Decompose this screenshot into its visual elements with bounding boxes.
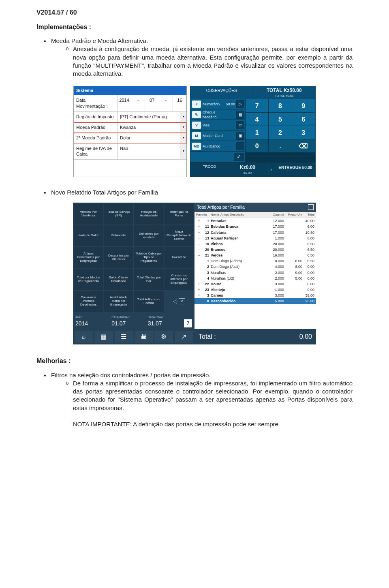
field-value[interactable]: Dolar — [118, 133, 180, 143]
report-tile[interactable]: Total Artigos por Familia — [134, 291, 164, 312]
expand-icon[interactable]: – — [196, 247, 202, 252]
expand-icon[interactable]: + — [196, 282, 202, 287]
field-value[interactable]: [PT] Continente (Portug — [118, 112, 180, 122]
expand-icon[interactable]: + — [196, 230, 202, 235]
report-tile[interactable]: Artigos Cancelados por Empregado — [74, 247, 103, 268]
chevron-down-icon[interactable]: ▾ — [180, 143, 186, 160]
payment-method-action-icon[interactable]: ▷ — [236, 100, 244, 108]
field-value[interactable]: Kwanza — [118, 122, 180, 133]
chevron-right-icon[interactable]: › — [267, 163, 276, 177]
report-tile[interactable]: Mapa Recapitulativo de Cliente — [165, 225, 194, 246]
report-tile[interactable]: Consumos Internos por Empregado — [165, 269, 194, 290]
gear-icon[interactable]: ⚙ — [154, 331, 173, 343]
report-tile[interactable]: Retenção na Fonte — [165, 203, 194, 225]
expand-icon[interactable] — [308, 204, 314, 210]
table-row[interactable]: +11Bebidas Branca17.0006.00 — [194, 224, 316, 229]
search-icon[interactable]: ⌕ — [75, 331, 93, 343]
table-row[interactable]: +3Carnes3.00039.00 — [194, 293, 316, 298]
date-segment[interactable]: 2014 — [118, 95, 131, 111]
keypad-key[interactable]: 0 — [246, 139, 268, 152]
report-tile[interactable]: Deliveries por estafeta — [134, 225, 164, 246]
expand-icon[interactable] — [196, 276, 202, 281]
field-value[interactable]: Não — [118, 143, 180, 160]
table-row[interactable]: 4Muralhas (1/2)2.0005.000.00 — [194, 276, 316, 281]
report-tile[interactable]: Vendas Por Vendedor — [74, 203, 103, 225]
report-tile[interactable]: Inventário — [165, 247, 194, 268]
report-tile[interactable]: Balancete — [104, 225, 134, 246]
expand-icon[interactable] — [196, 264, 202, 269]
di-value[interactable]: 01.07 — [111, 320, 145, 327]
expand-icon[interactable]: – — [196, 242, 202, 246]
cell-total: 0.00 — [302, 236, 314, 241]
report-tile[interactable]: Relogio de Assiduidade — [134, 203, 164, 225]
chevron-down-icon[interactable]: ▾ — [180, 122, 186, 133]
report-tile[interactable]: Total de Caixa por Tipo de Pagamento — [134, 247, 164, 268]
report-tile[interactable]: Descontos por Utilizador — [104, 247, 134, 268]
expand-icon[interactable]: + — [196, 299, 202, 304]
keypad-key[interactable]: 2 — [269, 126, 291, 139]
table-row[interactable]: 2Dom Diogo (Azal)4.0008.000.00 — [194, 264, 316, 269]
report-tile[interactable]: Idade de Saldo — [74, 225, 103, 246]
report-tile[interactable]: Assiduidade diaria por Empregado — [104, 291, 134, 312]
cell-total: 6.50 — [302, 253, 314, 258]
expand-icon[interactable]: + — [196, 236, 202, 241]
date-segment[interactable]: - — [159, 95, 173, 111]
keypad-key[interactable]: 8 — [269, 99, 291, 112]
table-row[interactable]: 1Dom Diogo (Arinto)8.0008.006.50 — [194, 258, 316, 264]
grid-icon[interactable]: ▦ — [94, 331, 113, 343]
calendar-icon[interactable]: 7 — [184, 319, 192, 327]
table-row[interactable]: +12Cafetaria17.00010.80 — [194, 230, 316, 235]
payment-method-action-icon[interactable]: ▦ — [236, 111, 244, 119]
expand-icon[interactable]: + — [196, 218, 202, 223]
table-row[interactable]: +22Douro3.0000.00 — [194, 281, 316, 287]
report-tile[interactable]: Total Ofertas por Bar — [134, 269, 164, 290]
expand-icon[interactable]: + — [196, 287, 202, 292]
report-tile[interactable]: Total por Modos de Pagamento — [74, 269, 103, 290]
payment-method-row[interactable]: MBMultibanco — [190, 141, 245, 152]
keypad-key[interactable]: 3 — [292, 126, 315, 139]
ano-value[interactable]: 2014 — [75, 320, 109, 327]
date-segment[interactable]: 07 — [145, 95, 159, 111]
export-icon[interactable]: ↗ — [175, 331, 193, 343]
date-segment[interactable]: - — [131, 95, 145, 111]
expand-icon[interactable]: + — [196, 224, 202, 229]
keypad-key[interactable]: 7 — [246, 99, 268, 112]
payment-method-row[interactable]: €Numerário50.00▷ — [190, 99, 245, 109]
chevron-down-icon[interactable]: ▾ — [180, 112, 186, 122]
report-tile[interactable]: Consumos Internos Detalhados — [74, 291, 103, 312]
keypad-key[interactable]: 6 — [292, 113, 315, 126]
table-row[interactable]: +0Desconhecido5.00025.00 — [194, 298, 316, 304]
expand-icon[interactable] — [196, 259, 202, 263]
chevron-down-icon[interactable]: ▾ — [180, 133, 186, 143]
report-tile[interactable]: Saldo Cliente Detalhado — [104, 269, 134, 290]
payment-method-row[interactable]: MMaster Card▣ — [190, 130, 245, 141]
report-tile[interactable]: Taxa de Serviço (BR) — [104, 203, 134, 225]
df-value[interactable]: 31.07 — [148, 320, 182, 327]
backspace-key[interactable]: ⌫ — [292, 139, 315, 152]
payment-method-action-icon[interactable] — [236, 142, 244, 150]
table-row[interactable]: –21Verdes16.0006.50 — [194, 252, 316, 258]
keypad-key[interactable]: 9 — [292, 99, 315, 112]
page-prev-icon[interactable]: ◁ — [173, 298, 177, 304]
table-row[interactable]: –20Brancos20.0006.50 — [194, 247, 316, 252]
confirm-icon[interactable]: ✓ — [234, 153, 244, 161]
expand-icon[interactable]: + — [196, 293, 202, 298]
list-icon[interactable]: ☰ — [115, 331, 133, 343]
keypad-key[interactable]: . — [269, 139, 291, 152]
payment-method-action-icon[interactable]: ▭ — [236, 121, 244, 129]
payment-method-row[interactable]: ✎Cheque bancário▦ — [190, 109, 245, 120]
table-row[interactable]: 3Muralhas2.0009.000.00 — [194, 270, 316, 276]
keypad-key[interactable]: 5 — [269, 113, 291, 126]
table-row[interactable]: –10Vinhos20.0006.50 — [194, 241, 316, 247]
date-segment[interactable]: 16 — [173, 95, 186, 111]
table-row[interactable]: +1Entradas12.00040.00 — [194, 218, 316, 224]
table-row[interactable]: +23Alentejo1.0000.00 — [194, 287, 316, 293]
keypad-key[interactable]: 1 — [246, 126, 268, 139]
payment-method-action-icon[interactable]: ▣ — [236, 132, 244, 140]
expand-icon[interactable]: – — [196, 253, 202, 258]
payment-method-row[interactable]: VVisa▭ — [190, 120, 245, 130]
expand-icon[interactable] — [196, 270, 202, 275]
print-icon[interactable]: 🖶 — [135, 331, 153, 343]
table-row[interactable]: +13Aguas/ Refriger1.0000.00 — [194, 235, 316, 241]
keypad-key[interactable]: 4 — [246, 113, 268, 126]
